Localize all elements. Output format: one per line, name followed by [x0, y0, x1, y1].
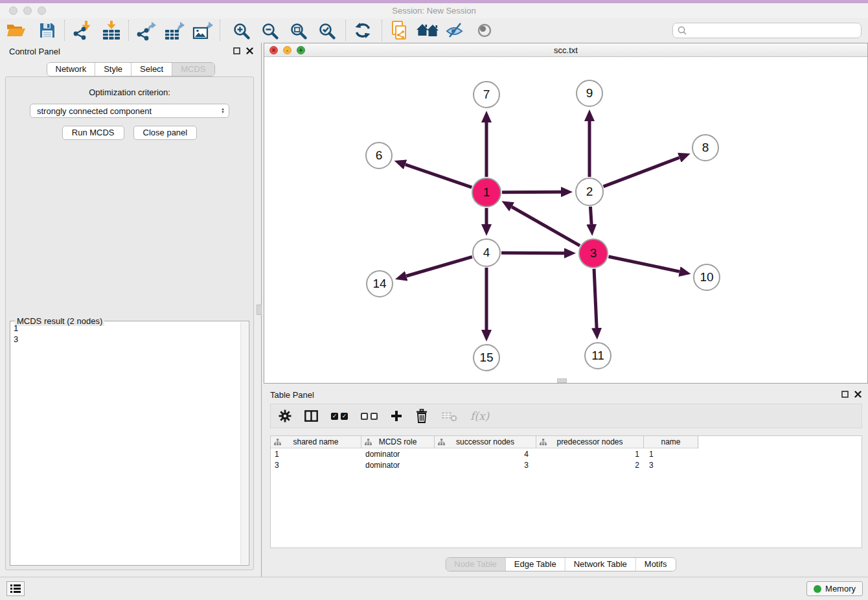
zoom-window-button[interactable]: [38, 6, 46, 15]
zoom-in-button[interactable]: [229, 19, 253, 41]
cell-successor-nodes[interactable]: 3: [435, 461, 536, 470]
close-panel-button[interactable]: Close panel: [133, 126, 198, 140]
network-canvas[interactable]: 7968124314101511: [264, 57, 867, 383]
cell-shared-name[interactable]: 1: [271, 450, 361, 459]
close-panel-icon[interactable]: [246, 47, 253, 54]
tab-motifs[interactable]: Motifs: [636, 558, 676, 571]
horizontal-splitter-handle[interactable]: [557, 378, 567, 383]
column-header-successor-nodes[interactable]: successor nodes: [435, 436, 536, 448]
graph-edge-2-8[interactable]: [604, 157, 680, 187]
open-session-button[interactable]: [4, 19, 29, 41]
cell-successor-nodes[interactable]: 4: [435, 450, 536, 459]
memory-button[interactable]: Memory: [806, 581, 863, 596]
tab-network-table[interactable]: Network Table: [565, 558, 636, 571]
cell-shared-name[interactable]: 3: [271, 461, 361, 470]
network-minimize-button[interactable]: -: [283, 46, 291, 54]
float-panel-icon[interactable]: [841, 391, 849, 398]
import-network-button[interactable]: [69, 19, 94, 41]
tab-edge-table[interactable]: Edge Table: [506, 558, 565, 571]
hide-details-button[interactable]: [442, 19, 467, 41]
search-input[interactable]: [690, 26, 856, 36]
cell-name[interactable]: 1: [644, 450, 698, 459]
import-table-icon: [101, 20, 122, 41]
graph-node-8[interactable]: 8: [692, 134, 719, 161]
network-close-button[interactable]: ×: [269, 46, 278, 54]
graph-node-10[interactable]: 10: [693, 264, 720, 291]
graph-edge-3-10[interactable]: [608, 257, 679, 271]
tab-network[interactable]: Network: [47, 63, 95, 76]
tab-style[interactable]: Style: [95, 63, 131, 76]
graph-node-4[interactable]: 4: [472, 238, 501, 267]
minimize-window-button[interactable]: [23, 6, 32, 15]
tab-mcds[interactable]: MCDS: [172, 63, 214, 76]
graph-edge-3-11[interactable]: [594, 269, 597, 328]
tab-select[interactable]: Select: [131, 63, 172, 76]
import-table-button[interactable]: [99, 19, 124, 41]
close-panel-icon[interactable]: [854, 391, 862, 398]
function-builder-icon[interactable]: f(x): [470, 410, 489, 422]
graph-node-3[interactable]: 3: [578, 238, 608, 268]
zoom-selected-button[interactable]: [314, 19, 339, 41]
import-network-icon: [71, 20, 92, 41]
table-row[interactable]: 3 dominator 3 2 3: [271, 459, 862, 470]
gear-icon[interactable]: [279, 410, 291, 422]
save-session-button[interactable]: [35, 19, 60, 41]
refresh-button[interactable]: [350, 19, 375, 41]
export-table-button[interactable]: [162, 19, 187, 41]
control-panel-tabs: Network Style Select MCDS: [46, 62, 214, 76]
tab-node-table[interactable]: Node Table: [446, 558, 506, 571]
cell-name[interactable]: 3: [644, 461, 698, 470]
graph-edge-3-1[interactable]: [512, 207, 580, 246]
column-header-mcds-role[interactable]: MCDS role: [361, 436, 435, 448]
graph-node-11[interactable]: 11: [584, 342, 611, 369]
network-maximize-button[interactable]: +: [297, 46, 305, 54]
zoom-out-button[interactable]: [257, 19, 282, 41]
column-header-shared-name[interactable]: shared name: [271, 436, 361, 448]
toolbar-separator: [128, 20, 129, 41]
save-icon: [39, 22, 56, 39]
trash-icon[interactable]: [415, 409, 428, 423]
graph-node-9[interactable]: 9: [576, 80, 603, 107]
graph-edge-2-3[interactable]: [590, 207, 591, 224]
network-window-titlebar[interactable]: × - + scc.txt: [264, 43, 867, 57]
select-all-icon[interactable]: ✓✓: [331, 413, 348, 420]
export-network-button[interactable]: [133, 19, 158, 41]
search-box[interactable]: [672, 23, 862, 38]
column-header-name[interactable]: name: [644, 436, 698, 448]
close-window-button[interactable]: [9, 6, 17, 15]
zoom-fit-button[interactable]: [286, 19, 310, 41]
mcds-result-text[interactable]: 1 3: [14, 323, 239, 564]
export-image-button[interactable]: [190, 19, 215, 41]
graph-node-14[interactable]: 14: [366, 270, 393, 297]
graph-node-2[interactable]: 2: [575, 178, 604, 206]
float-panel-icon[interactable]: [233, 47, 240, 54]
graph-node-6[interactable]: 6: [365, 142, 393, 169]
vertical-splitter-handle[interactable]: [257, 305, 262, 315]
home-button[interactable]: [415, 19, 440, 41]
cell-predecessor-nodes[interactable]: 2: [536, 461, 644, 470]
graph-node-15[interactable]: 15: [473, 344, 500, 371]
cell-predecessor-nodes[interactable]: 1: [536, 450, 644, 459]
table-row[interactable]: 1 dominator 4 1 1: [271, 448, 862, 459]
export-table-icon: [164, 20, 185, 41]
hierarchy-icon: [540, 439, 547, 446]
graph-node-7[interactable]: 7: [473, 81, 500, 108]
add-column-icon[interactable]: [391, 410, 402, 422]
graph-node-1[interactable]: 1: [472, 178, 501, 207]
graph-edge-1-2[interactable]: [502, 192, 561, 192]
optimization-criterion-select[interactable]: strongly connected component ▲▼: [30, 104, 229, 118]
deselect-all-icon[interactable]: [361, 413, 378, 420]
cell-mcds-role[interactable]: dominator: [361, 461, 435, 470]
show-details-button[interactable]: [472, 19, 497, 41]
column-header-predecessor-nodes[interactable]: predecessor nodes: [536, 436, 644, 448]
split-view-icon[interactable]: [304, 410, 318, 422]
network-from-file-button[interactable]: [387, 19, 411, 41]
graph-edge-1-6[interactable]: [405, 165, 472, 187]
run-mcds-button[interactable]: Run MCDS: [62, 126, 124, 140]
cell-mcds-role[interactable]: dominator: [361, 450, 435, 459]
task-history-button[interactable]: [6, 581, 25, 596]
delete-table-icon[interactable]: [441, 410, 457, 422]
graph-edge-4-3[interactable]: [501, 253, 564, 253]
graph-edge-4-14[interactable]: [406, 257, 472, 276]
result-scrollbar[interactable]: [240, 322, 248, 564]
